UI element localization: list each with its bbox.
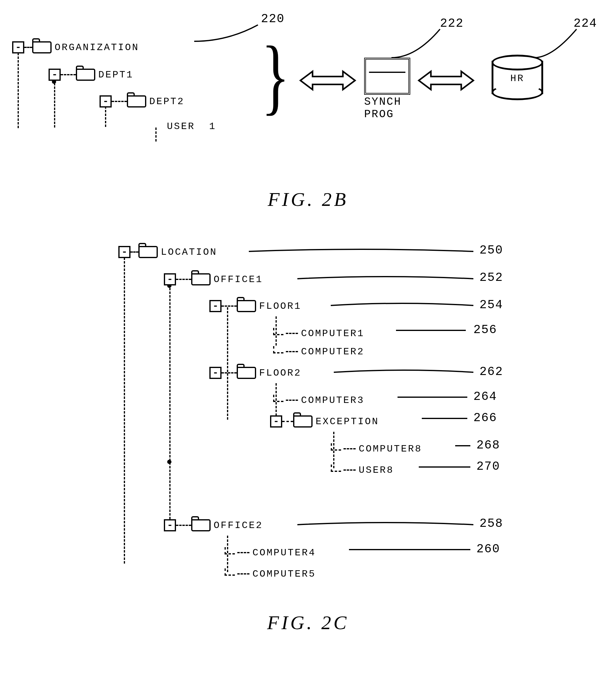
node-label: EXCEPTION	[315, 416, 379, 427]
ref-number: 262	[480, 365, 503, 379]
connector	[61, 74, 76, 75]
node-label: COMPUTER2	[301, 346, 365, 357]
tree-row-office1: OFFICE1	[164, 268, 263, 290]
connector	[176, 279, 191, 280]
expand-icon[interactable]	[164, 273, 176, 286]
leader-line	[534, 27, 582, 61]
ref-number: 264	[474, 390, 497, 403]
folder-icon	[237, 300, 256, 312]
node-label: FLOOR1	[259, 300, 301, 312]
tree-row-exception: EXCEPTION	[270, 411, 379, 433]
expand-icon[interactable]	[100, 95, 112, 107]
leader-line	[331, 301, 474, 310]
folder-icon	[191, 519, 211, 531]
node-label: COMPUTER5	[252, 568, 316, 580]
ref-number: 268	[477, 438, 500, 452]
connector	[112, 101, 127, 102]
connector	[331, 465, 341, 472]
node-label: USER8	[359, 465, 394, 476]
leader-line	[422, 416, 467, 421]
tree-row-computer2: COMPUTER2	[273, 341, 365, 362]
tree-guide	[124, 254, 125, 564]
folder-icon	[138, 246, 158, 258]
node-label: DEPT1	[98, 69, 133, 81]
connector	[286, 400, 298, 401]
brace-icon: }	[261, 34, 291, 119]
expand-icon[interactable]	[48, 69, 61, 81]
connector	[24, 47, 32, 48]
expand-icon[interactable]	[270, 415, 282, 427]
ref-number: 266	[474, 411, 497, 425]
tree-row-dept1: DEPT1	[48, 64, 133, 86]
node-label: COMPUTER8	[359, 443, 422, 455]
expand-icon[interactable]	[118, 246, 131, 258]
ref-number: 258	[480, 517, 503, 530]
connector	[224, 547, 235, 554]
node-label: COMPUTER3	[301, 395, 365, 406]
node-label: USER 1	[167, 121, 216, 132]
connector	[344, 448, 356, 449]
tree-row-floor2: FLOOR2	[210, 362, 301, 384]
hr-database-icon: HR	[491, 55, 543, 100]
node-label: OFFICE1	[214, 274, 263, 285]
ref-number: 250	[480, 244, 503, 257]
tree-row-floor1: FLOOR1	[210, 295, 301, 317]
figure-2c: LOCATION 250 OFFICE1 252 FLOOR1 254 COMP…	[43, 235, 616, 593]
ref-number: 260	[477, 542, 500, 556]
figure-caption: FIG. 2B	[6, 188, 610, 211]
tree-guide	[169, 280, 171, 526]
expand-icon[interactable]	[164, 519, 176, 531]
node-label: COMPUTER1	[301, 328, 365, 339]
leader-line	[194, 23, 261, 44]
connector	[273, 346, 283, 353]
figure-caption: FIG. 2C	[6, 611, 610, 634]
leader-line	[349, 547, 470, 552]
synch-prog-label: SYNCH PROG	[364, 96, 401, 121]
connector	[282, 421, 293, 422]
folder-icon	[127, 95, 146, 107]
connector	[286, 333, 298, 334]
tree-row-organization: ORGANIZATION	[12, 37, 139, 58]
ref-number: 254	[480, 298, 503, 312]
tree-row-dept2: DEPT2	[100, 90, 184, 112]
node-label: DEPT2	[149, 96, 184, 107]
bullet	[167, 460, 172, 464]
connector	[286, 351, 298, 352]
connector	[273, 328, 283, 335]
folder-icon	[76, 69, 95, 81]
node-label: ORGANIZATION	[54, 42, 139, 53]
tree-row-office2: OFFICE2	[164, 515, 263, 536]
hr-label: HR	[491, 73, 543, 84]
leader-line	[298, 521, 474, 529]
leader-line	[334, 368, 474, 377]
folder-icon	[191, 273, 211, 286]
node-label: COMPUTER4	[252, 547, 316, 559]
connector	[131, 251, 138, 253]
node-label: FLOOR2	[259, 368, 301, 379]
leader-line	[392, 27, 446, 61]
leader-line	[397, 395, 467, 400]
connector	[273, 395, 283, 402]
tree-guide	[18, 49, 19, 128]
synch-prog-icon	[364, 58, 410, 95]
folder-icon	[293, 415, 312, 427]
leader-line	[249, 247, 474, 256]
node-label: OFFICE2	[214, 520, 263, 531]
tree-row-user8: USER8	[331, 459, 394, 481]
connector	[224, 568, 235, 576]
ref-number: 256	[474, 323, 497, 337]
tree-row-location: LOCATION	[118, 241, 217, 263]
connector	[221, 372, 237, 374]
expand-icon[interactable]	[210, 367, 221, 379]
tree-row-computer4: COMPUTER4	[224, 542, 316, 564]
expand-icon[interactable]	[210, 300, 221, 312]
connector	[331, 443, 341, 450]
leader-line	[419, 465, 470, 469]
connector	[344, 469, 356, 470]
expand-icon[interactable]	[12, 41, 24, 54]
tree-row-computer3: COMPUTER3	[273, 389, 365, 411]
double-arrow-icon	[298, 70, 358, 91]
tree-row-computer8: COMPUTER8	[331, 438, 422, 460]
tree-guide	[155, 128, 157, 142]
folder-icon	[32, 41, 51, 54]
